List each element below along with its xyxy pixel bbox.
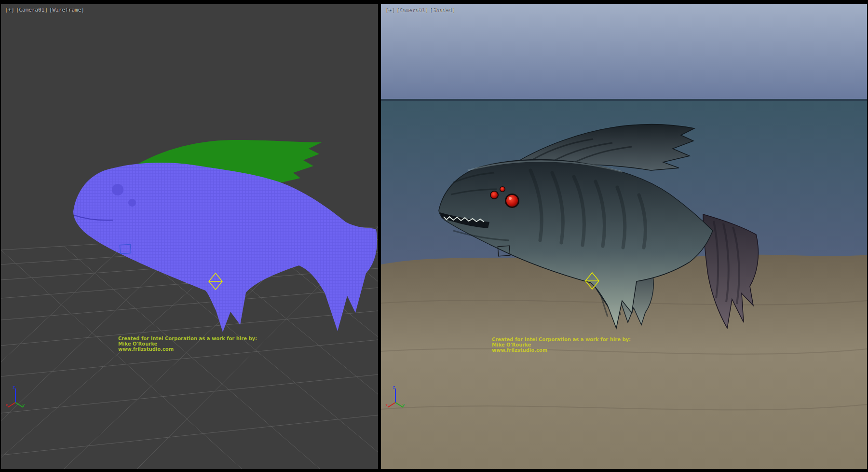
wireframe-canvas[interactable] (1, 4, 378, 469)
viewport-shaded[interactable]: [+] [Camera01] [Shaded] Created for Inte… (381, 4, 867, 469)
attribution-line-2: Mike O'Rourke (492, 342, 631, 347)
axis-x-line (388, 403, 395, 407)
attribution-line-1: Created for Intel Corporation as a work … (492, 337, 631, 342)
viewport-menu-general[interactable]: [+] (5, 7, 14, 13)
shaded-canvas[interactable] (381, 4, 867, 469)
axis-y-label: y (402, 403, 405, 407)
axis-x-line (8, 403, 15, 407)
viewport-area: [+] [Camera01] [Wireframe] Created for I… (0, 0, 868, 472)
viewport-menu-shading[interactable]: [Wireframe] (49, 7, 84, 13)
attribution-line-1: Created for Intel Corporation as a work … (118, 336, 257, 341)
axis-y-label: y (22, 403, 25, 407)
attribution-line-2: Mike O'Rourke (118, 341, 257, 347)
world-axis-tripod: z x y (5, 384, 26, 409)
attribution-line-3: www.frilzstudio.com (118, 347, 257, 352)
viewport-wireframe[interactable]: [+] [Camera01] [Wireframe] Created for I… (1, 4, 378, 469)
scene-attribution: Created for Intel Corporation as a work … (492, 337, 631, 353)
fish-eye-wireframe (112, 184, 123, 195)
axis-z-label: z (13, 385, 15, 389)
viewport-menu-shading[interactable]: [Shaded] (429, 7, 455, 13)
viewport-menu-pov[interactable]: [Camera01] (16, 7, 48, 13)
axis-x-label: x (385, 403, 388, 407)
world-axis-tripod: z x y (385, 384, 406, 409)
viewport-menus: [+] [Camera01] [Wireframe] (5, 7, 84, 13)
sky-background (381, 4, 867, 99)
axis-x-label: x (5, 403, 8, 407)
fish-eye-small-wireframe (128, 199, 136, 207)
scene-attribution: Created for Intel Corporation as a work … (118, 336, 257, 352)
viewport-menu-pov[interactable]: [Camera01] (396, 7, 428, 13)
axis-z-label: z (393, 385, 395, 389)
attribution-line-3: www.frilzstudio.com (492, 347, 631, 353)
horizon-line (381, 99, 867, 101)
viewport-menu-general[interactable]: [+] (385, 7, 394, 13)
viewport-menus: [+] [Camera01] [Shaded] (385, 7, 455, 13)
